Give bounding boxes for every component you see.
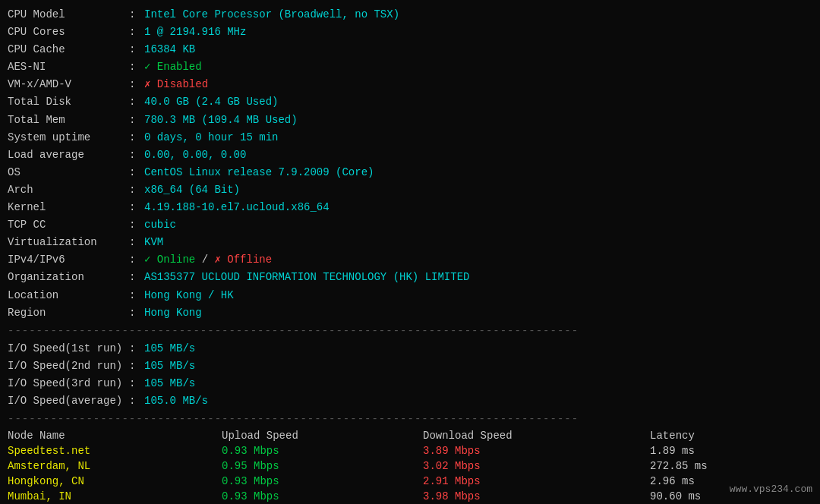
network-upload: 0.93 Mbps <box>222 489 423 504</box>
network-upload: 0.93 Mbps <box>222 443 423 458</box>
network-row: Amsterdam, NL0.95 Mbps3.02 Mbps272.85 ms <box>8 458 812 474</box>
uptime-row: System uptime : 0 days, 0 hour 15 min <box>8 129 812 146</box>
mem-row: Total Mem : 780.3 MB (109.4 MB Used) <box>8 112 812 129</box>
divider-1: ----------------------------------------… <box>8 325 812 337</box>
io-avg-value: 105.0 MB/s <box>144 392 208 410</box>
network-latency: 272.85 ms <box>650 458 812 474</box>
region-row: Region : Hong Kong <box>8 304 812 322</box>
cpu-cache-row: CPU Cache : 16384 KB <box>8 41 812 58</box>
region-value: Hong Kong <box>144 304 202 322</box>
io-run3-value: 105 MB/s <box>144 375 195 392</box>
watermark: www.vps234.com <box>730 484 812 495</box>
load-label: Load average <box>8 146 129 164</box>
load-row: Load average : 0.00, 0.00, 0.00 <box>8 146 812 164</box>
ipv-online: ✓ Online <box>144 251 195 269</box>
cpu-cores-label: CPU Cores <box>8 24 129 41</box>
network-node: Mumbai, IN <box>8 489 222 504</box>
network-row: Hongkong, CN0.93 Mbps2.91 Mbps2.96 ms <box>8 474 812 489</box>
tcp-label: TCP CC <box>8 216 129 234</box>
os-label: OS <box>8 164 129 181</box>
virt-value: KVM <box>144 234 163 251</box>
network-node: Amsterdam, NL <box>8 458 222 474</box>
os-row: OS : CentOS Linux release 7.9.2009 (Core… <box>8 164 812 181</box>
org-label: Organization <box>8 269 129 286</box>
location-row: Location : Hong Kong / HK <box>8 287 812 304</box>
aes-ni-value: ✓ Enabled <box>144 58 202 76</box>
network-table: Node Name Upload Speed Download Speed La… <box>8 428 812 504</box>
col-download: Download Speed <box>423 428 650 443</box>
network-upload: 0.93 Mbps <box>222 474 423 489</box>
location-label: Location <box>8 287 129 304</box>
kernel-label: Kernel <box>8 199 129 216</box>
vm-row: VM-x/AMD-V : ✗ Disabled <box>8 76 812 93</box>
io-run2-value: 105 MB/s <box>144 358 195 375</box>
load-value: 0.00, 0.00, 0.00 <box>144 146 246 164</box>
network-upload: 0.95 Mbps <box>222 458 423 474</box>
divider-2: ----------------------------------------… <box>8 413 812 425</box>
cpu-cache-label: CPU Cache <box>8 41 129 58</box>
io-run2-label: I/O Speed(2nd run) <box>8 358 129 375</box>
ipv-label: IPv4/IPv6 <box>8 251 129 269</box>
org-row: Organization : AS135377 UCLOUD INFORMATI… <box>8 269 812 286</box>
network-download: 3.02 Mbps <box>423 458 650 474</box>
aes-ni-row: AES-NI : ✓ Enabled <box>8 58 812 76</box>
uptime-label: System uptime <box>8 129 129 146</box>
col-latency: Latency <box>650 428 812 443</box>
network-download: 2.91 Mbps <box>423 474 650 489</box>
io-run2-row: I/O Speed(2nd run) : 105 MB/s <box>8 358 812 375</box>
ipv-row: IPv4/IPv6 : ✓ Online / ✗ Offline <box>8 251 812 269</box>
arch-value: x86_64 (64 Bit) <box>144 181 240 199</box>
virt-row: Virtualization : KVM <box>8 234 812 251</box>
cpu-cores-row: CPU Cores : 1 @ 2194.916 MHz <box>8 24 812 41</box>
kernel-row: Kernel : 4.19.188-10.el7.ucloud.x86_64 <box>8 199 812 216</box>
io-run3-row: I/O Speed(3rd run) : 105 MB/s <box>8 375 812 392</box>
uptime-value: 0 days, 0 hour 15 min <box>144 129 278 146</box>
network-download: 3.98 Mbps <box>423 489 650 504</box>
disk-row: Total Disk : 40.0 GB (2.4 GB Used) <box>8 93 812 111</box>
virt-label: Virtualization <box>8 234 129 251</box>
network-row: Speedtest.net0.93 Mbps3.89 Mbps1.89 ms <box>8 443 812 458</box>
io-run1-label: I/O Speed(1st run) <box>8 340 129 358</box>
network-table-header: Node Name Upload Speed Download Speed La… <box>8 428 812 443</box>
mem-value: 780.3 MB (109.4 MB Used) <box>144 112 298 129</box>
cpu-cores-value: 1 @ 2194.916 MHz <box>144 24 246 41</box>
network-node: Hongkong, CN <box>8 474 222 489</box>
arch-label: Arch <box>8 181 129 199</box>
cpu-cache-value: 16384 KB <box>144 41 195 58</box>
network-latency: 1.89 ms <box>650 443 812 458</box>
os-value: CentOS Linux release 7.9.2009 (Core) <box>144 164 374 181</box>
vm-value: ✗ Disabled <box>144 76 208 93</box>
terminal-output: CPU Model : Intel Core Processor (Broadw… <box>8 6 812 504</box>
aes-ni-label: AES-NI <box>8 58 129 76</box>
io-run1-row: I/O Speed(1st run) : 105 MB/s <box>8 340 812 358</box>
io-run1-value: 105 MB/s <box>144 340 195 358</box>
arch-row: Arch : x86_64 (64 Bit) <box>8 181 812 199</box>
col-node: Node Name <box>8 428 222 443</box>
disk-label: Total Disk <box>8 93 129 111</box>
io-avg-label: I/O Speed(average) <box>8 392 129 410</box>
kernel-value: 4.19.188-10.el7.ucloud.x86_64 <box>144 199 330 216</box>
org-value: AS135377 UCLOUD INFORMATION TECHNOLOGY (… <box>144 269 469 286</box>
cpu-model-value: Intel Core Processor (Broadwell, no TSX) <box>144 6 399 24</box>
network-row: Mumbai, IN0.93 Mbps3.98 Mbps90.60 ms <box>8 489 812 504</box>
disk-value: 40.0 GB (2.4 GB Used) <box>144 93 278 111</box>
region-label: Region <box>8 304 129 322</box>
network-node: Speedtest.net <box>8 443 222 458</box>
vm-label: VM-x/AMD-V <box>8 76 129 93</box>
col-upload: Upload Speed <box>222 428 423 443</box>
cpu-model-label: CPU Model <box>8 6 129 24</box>
location-value: Hong Kong / HK <box>144 287 234 304</box>
io-avg-row: I/O Speed(average) : 105.0 MB/s <box>8 392 812 410</box>
network-download: 3.89 Mbps <box>423 443 650 458</box>
cpu-model-row: CPU Model : Intel Core Processor (Broadw… <box>8 6 812 24</box>
mem-label: Total Mem <box>8 112 129 129</box>
tcp-value: cubic <box>144 216 176 234</box>
tcp-row: TCP CC : cubic <box>8 216 812 234</box>
io-run3-label: I/O Speed(3rd run) <box>8 375 129 392</box>
ipv-offline: ✗ Offline <box>214 251 272 269</box>
